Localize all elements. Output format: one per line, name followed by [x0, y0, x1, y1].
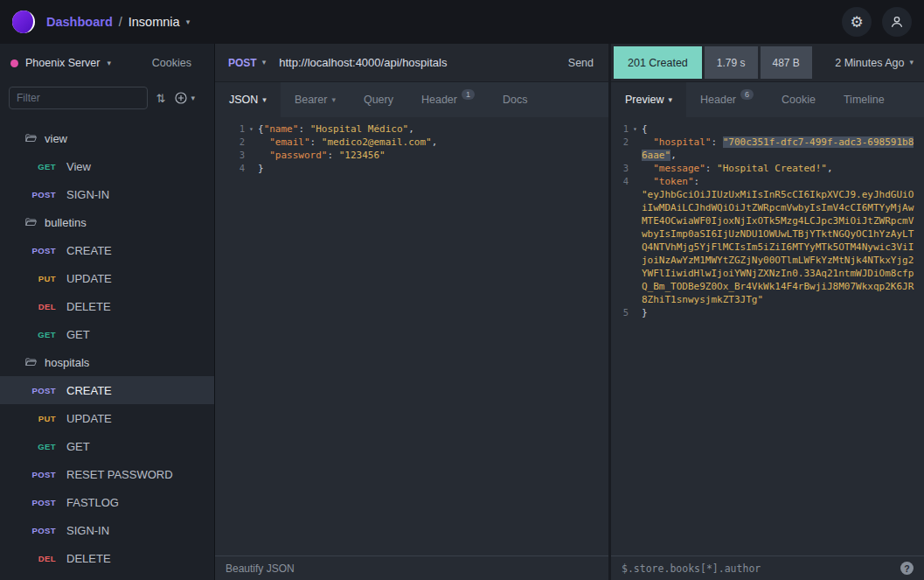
sidebar-folder[interactable]: bulletins: [0, 208, 214, 236]
code-token: {: [642, 123, 648, 135]
breadcrumb: Dashboard / Insomnia ▾: [46, 15, 190, 29]
fold-caret-icon[interactable]: ▾: [629, 122, 642, 136]
sidebar-request[interactable]: GETGET: [0, 320, 214, 348]
code-line: 5}: [611, 306, 924, 319]
send-button[interactable]: Send: [553, 44, 608, 81]
response-time-badge: 1.79 s: [705, 46, 758, 79]
code-token: "Hospital Created!": [717, 163, 827, 174]
response-history-dropdown[interactable]: 2 Minutes Ago ▾: [835, 46, 924, 79]
response-age-label: 2 Minutes Ago: [835, 57, 904, 69]
sidebar-header: Phoenix Server ▾ Cookies: [0, 44, 214, 82]
request-tab-json[interactable]: JSON▾: [215, 82, 281, 117]
request-tab-header[interactable]: Header1: [407, 82, 489, 117]
code-token: [642, 163, 653, 174]
code-text: "hospital": "700c351f-dfc7-499f-adc3-698…: [642, 136, 924, 162]
sidebar-request[interactable]: POSTCREATE: [0, 236, 214, 264]
sidebar-folder[interactable]: hospitals: [0, 348, 214, 376]
help-icon[interactable]: ?: [900, 562, 914, 575]
breadcrumb-workspace[interactable]: Insomnia: [129, 15, 180, 29]
topbar-actions: ⚙: [842, 7, 912, 37]
sidebar-request[interactable]: POSTCREATE: [0, 376, 214, 404]
request-label: GET: [66, 440, 90, 453]
filter-input[interactable]: [9, 87, 148, 109]
insomnia-logo-icon[interactable]: [12, 10, 35, 33]
code-token: [642, 176, 653, 187]
code-text: "password": "123456": [258, 149, 608, 162]
code-token: ,: [827, 163, 833, 174]
tab-label: JSON: [229, 94, 258, 106]
sidebar-request[interactable]: PUTUPDATE: [0, 404, 214, 432]
method-badge: POST: [0, 526, 56, 535]
sidebar-request[interactable]: GETGET: [0, 432, 214, 460]
method-label: POST: [228, 57, 257, 69]
sidebar-request[interactable]: POSTRESET PASSWORD: [0, 460, 214, 488]
response-tab-cookie[interactable]: Cookie: [768, 82, 830, 117]
request-tab-docs[interactable]: Docs: [489, 82, 541, 117]
method-badge: GET: [0, 330, 56, 339]
request-label: DELETE: [66, 300, 111, 313]
tab-label: Docs: [503, 94, 527, 106]
chevron-down-icon: ▾: [909, 59, 914, 66]
beautify-json-button[interactable]: Beautify JSON: [226, 563, 295, 575]
response-tab-preview[interactable]: Preview▾: [611, 82, 686, 117]
code-line: 1▾{"name": "Hospital Médico",: [215, 122, 608, 136]
breadcrumb-dashboard[interactable]: Dashboard: [46, 15, 113, 29]
request-label: SIGN-IN: [66, 188, 109, 201]
chevron-down-icon: ▾: [262, 59, 267, 66]
environment-selector[interactable]: Phoenix Server ▾: [0, 57, 143, 69]
sidebar-folder[interactable]: view: [0, 124, 214, 152]
code-token: "name": [264, 123, 299, 135]
code-token: :: [298, 123, 309, 135]
request-label: View: [66, 160, 91, 173]
method-dropdown[interactable]: POST ▾: [215, 57, 279, 69]
method-badge: POST: [0, 190, 56, 199]
tab-count-badge: 6: [740, 89, 754, 100]
code-text: }: [258, 162, 608, 175]
request-tab-bearer[interactable]: Bearer▾: [281, 82, 350, 117]
response-filter-input[interactable]: [622, 563, 900, 575]
code-token: "medico2@email.com": [322, 136, 432, 148]
tab-label: Bearer: [295, 94, 328, 106]
method-badge: POST: [0, 246, 56, 255]
response-body-viewer[interactable]: 1▾{2 "hospital": "700c351f-dfc7-499f-adc…: [611, 117, 924, 556]
sidebar-request[interactable]: DELDELETE: [0, 544, 214, 572]
chevron-down-icon: ▾: [107, 59, 111, 67]
topbar: Dashboard / Insomnia ▾ ⚙: [0, 0, 924, 44]
response-tab-timeline[interactable]: Timeline: [830, 82, 899, 117]
sidebar-tree: viewGETViewPOSTSIGN-INbulletinsPOSTCREAT…: [0, 117, 214, 580]
tab-label: Timeline: [844, 94, 885, 106]
cookies-button[interactable]: Cookies: [143, 57, 214, 69]
line-number: 1: [611, 122, 629, 136]
response-tab-header[interactable]: Header6: [686, 82, 768, 117]
line-number: 5: [611, 306, 629, 319]
line-number: 2: [215, 136, 245, 149]
chevron-down-icon: ▾: [262, 96, 267, 104]
sidebar-request[interactable]: POSTFASTLOG: [0, 488, 214, 516]
response-status-bar: 201 Created 1.79 s 487 B 2 Minutes Ago ▾: [611, 44, 924, 82]
fold-caret-icon[interactable]: ▾: [245, 122, 258, 136]
request-label: RESET PASSWORD: [66, 468, 173, 481]
code-line: 3 "password": "123456": [215, 149, 608, 162]
code-token: "token": [653, 176, 693, 187]
sidebar-request[interactable]: POSTSIGN-IN: [0, 516, 214, 544]
response-pane: 201 Created 1.79 s 487 B 2 Minutes Ago ▾…: [611, 44, 924, 580]
method-badge: DEL: [0, 302, 56, 311]
sort-icon[interactable]: ⇅: [156, 92, 166, 105]
settings-button[interactable]: ⚙: [842, 7, 872, 37]
request-label: hospitals: [45, 356, 89, 369]
add-request-button[interactable]: ▾: [174, 91, 195, 105]
sidebar-request[interactable]: DELDELETE: [0, 292, 214, 320]
plus-circle-icon: [174, 91, 188, 105]
code-token: [258, 136, 269, 148]
request-body-editor[interactable]: 1▾{"name": "Hospital Médico",2 "email": …: [215, 117, 608, 556]
url-input[interactable]: http://localhost:4000/api/hospitals: [279, 56, 553, 69]
chevron-down-icon[interactable]: ▾: [186, 18, 191, 26]
sidebar-request[interactable]: PUTUPDATE: [0, 264, 214, 292]
sidebar-request[interactable]: POSTSIGN-IN: [0, 180, 214, 208]
method-badge: POST: [0, 386, 56, 395]
code-token: "Hospital Médico": [310, 123, 409, 135]
account-button[interactable]: [882, 7, 912, 37]
request-tab-query[interactable]: Query: [350, 82, 407, 117]
tab-label: Cookie: [782, 94, 816, 106]
sidebar-request[interactable]: GETView: [0, 152, 214, 180]
